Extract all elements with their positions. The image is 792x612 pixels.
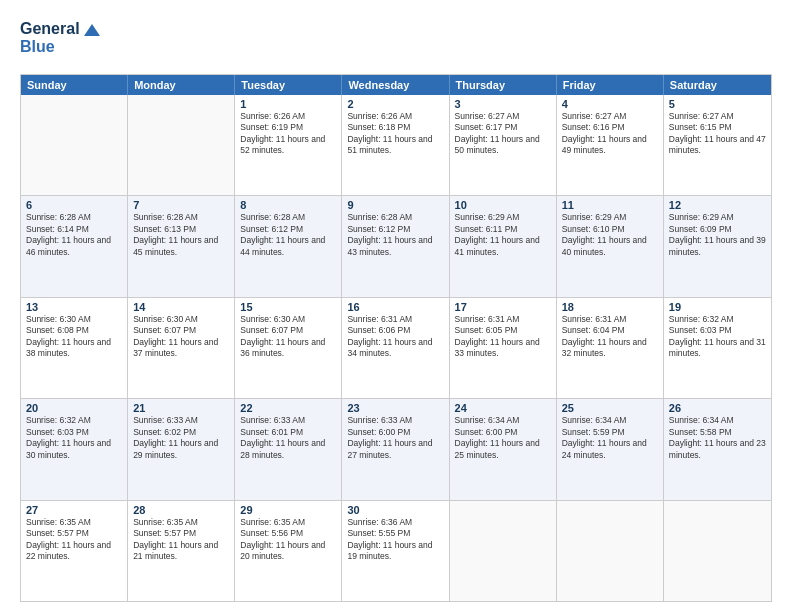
- day-info: Sunrise: 6:31 AM Sunset: 6:05 PM Dayligh…: [455, 314, 551, 360]
- empty-cell-0-1: [128, 95, 235, 195]
- day-29: 29Sunrise: 6:35 AM Sunset: 5:56 PM Dayli…: [235, 501, 342, 601]
- calendar-body: 1Sunrise: 6:26 AM Sunset: 6:19 PM Daylig…: [21, 95, 771, 601]
- day-23: 23Sunrise: 6:33 AM Sunset: 6:00 PM Dayli…: [342, 399, 449, 499]
- day-number: 27: [26, 504, 122, 516]
- day-27: 27Sunrise: 6:35 AM Sunset: 5:57 PM Dayli…: [21, 501, 128, 601]
- day-number: 30: [347, 504, 443, 516]
- day-number: 18: [562, 301, 658, 313]
- day-info: Sunrise: 6:29 AM Sunset: 6:09 PM Dayligh…: [669, 212, 766, 258]
- header: General Blue: [20, 16, 772, 66]
- day-info: Sunrise: 6:27 AM Sunset: 6:16 PM Dayligh…: [562, 111, 658, 157]
- day-number: 26: [669, 402, 766, 414]
- week-row-1: 1Sunrise: 6:26 AM Sunset: 6:19 PM Daylig…: [21, 95, 771, 195]
- day-info: Sunrise: 6:31 AM Sunset: 6:06 PM Dayligh…: [347, 314, 443, 360]
- day-5: 5Sunrise: 6:27 AM Sunset: 6:15 PM Daylig…: [664, 95, 771, 195]
- day-30: 30Sunrise: 6:36 AM Sunset: 5:55 PM Dayli…: [342, 501, 449, 601]
- calendar: SundayMondayTuesdayWednesdayThursdayFrid…: [20, 74, 772, 602]
- day-20: 20Sunrise: 6:32 AM Sunset: 6:03 PM Dayli…: [21, 399, 128, 499]
- day-info: Sunrise: 6:32 AM Sunset: 6:03 PM Dayligh…: [26, 415, 122, 461]
- day-24: 24Sunrise: 6:34 AM Sunset: 6:00 PM Dayli…: [450, 399, 557, 499]
- day-28: 28Sunrise: 6:35 AM Sunset: 5:57 PM Dayli…: [128, 501, 235, 601]
- day-info: Sunrise: 6:27 AM Sunset: 6:17 PM Dayligh…: [455, 111, 551, 157]
- day-number: 1: [240, 98, 336, 110]
- day-number: 2: [347, 98, 443, 110]
- day-info: Sunrise: 6:32 AM Sunset: 6:03 PM Dayligh…: [669, 314, 766, 360]
- svg-text:Blue: Blue: [20, 38, 55, 55]
- day-3: 3Sunrise: 6:27 AM Sunset: 6:17 PM Daylig…: [450, 95, 557, 195]
- day-number: 17: [455, 301, 551, 313]
- day-info: Sunrise: 6:29 AM Sunset: 6:11 PM Dayligh…: [455, 212, 551, 258]
- day-number: 4: [562, 98, 658, 110]
- week-row-2: 6Sunrise: 6:28 AM Sunset: 6:14 PM Daylig…: [21, 195, 771, 296]
- day-info: Sunrise: 6:30 AM Sunset: 6:07 PM Dayligh…: [240, 314, 336, 360]
- day-21: 21Sunrise: 6:33 AM Sunset: 6:02 PM Dayli…: [128, 399, 235, 499]
- day-number: 7: [133, 199, 229, 211]
- day-info: Sunrise: 6:26 AM Sunset: 6:19 PM Dayligh…: [240, 111, 336, 157]
- day-9: 9Sunrise: 6:28 AM Sunset: 6:12 PM Daylig…: [342, 196, 449, 296]
- day-22: 22Sunrise: 6:33 AM Sunset: 6:01 PM Dayli…: [235, 399, 342, 499]
- header-thursday: Thursday: [450, 75, 557, 95]
- day-info: Sunrise: 6:36 AM Sunset: 5:55 PM Dayligh…: [347, 517, 443, 563]
- day-number: 6: [26, 199, 122, 211]
- day-info: Sunrise: 6:33 AM Sunset: 6:02 PM Dayligh…: [133, 415, 229, 461]
- day-number: 11: [562, 199, 658, 211]
- day-11: 11Sunrise: 6:29 AM Sunset: 6:10 PM Dayli…: [557, 196, 664, 296]
- header-saturday: Saturday: [664, 75, 771, 95]
- day-info: Sunrise: 6:35 AM Sunset: 5:57 PM Dayligh…: [133, 517, 229, 563]
- day-number: 29: [240, 504, 336, 516]
- day-number: 10: [455, 199, 551, 211]
- day-19: 19Sunrise: 6:32 AM Sunset: 6:03 PM Dayli…: [664, 298, 771, 398]
- day-info: Sunrise: 6:35 AM Sunset: 5:57 PM Dayligh…: [26, 517, 122, 563]
- week-row-3: 13Sunrise: 6:30 AM Sunset: 6:08 PM Dayli…: [21, 297, 771, 398]
- day-info: Sunrise: 6:34 AM Sunset: 5:59 PM Dayligh…: [562, 415, 658, 461]
- header-monday: Monday: [128, 75, 235, 95]
- header-wednesday: Wednesday: [342, 75, 449, 95]
- day-number: 23: [347, 402, 443, 414]
- day-18: 18Sunrise: 6:31 AM Sunset: 6:04 PM Dayli…: [557, 298, 664, 398]
- calendar-header: SundayMondayTuesdayWednesdayThursdayFrid…: [21, 75, 771, 95]
- day-info: Sunrise: 6:31 AM Sunset: 6:04 PM Dayligh…: [562, 314, 658, 360]
- day-info: Sunrise: 6:29 AM Sunset: 6:10 PM Dayligh…: [562, 212, 658, 258]
- day-info: Sunrise: 6:28 AM Sunset: 6:13 PM Dayligh…: [133, 212, 229, 258]
- day-number: 16: [347, 301, 443, 313]
- day-info: Sunrise: 6:30 AM Sunset: 6:08 PM Dayligh…: [26, 314, 122, 360]
- day-info: Sunrise: 6:34 AM Sunset: 6:00 PM Dayligh…: [455, 415, 551, 461]
- day-number: 21: [133, 402, 229, 414]
- day-number: 22: [240, 402, 336, 414]
- day-number: 13: [26, 301, 122, 313]
- day-12: 12Sunrise: 6:29 AM Sunset: 6:09 PM Dayli…: [664, 196, 771, 296]
- empty-cell-4-6: [664, 501, 771, 601]
- page: General Blue SundayMondayTuesdayWednesda…: [0, 0, 792, 612]
- day-info: Sunrise: 6:27 AM Sunset: 6:15 PM Dayligh…: [669, 111, 766, 157]
- header-friday: Friday: [557, 75, 664, 95]
- day-info: Sunrise: 6:28 AM Sunset: 6:12 PM Dayligh…: [240, 212, 336, 258]
- day-13: 13Sunrise: 6:30 AM Sunset: 6:08 PM Dayli…: [21, 298, 128, 398]
- svg-marker-2: [84, 24, 100, 36]
- day-info: Sunrise: 6:33 AM Sunset: 6:01 PM Dayligh…: [240, 415, 336, 461]
- day-2: 2Sunrise: 6:26 AM Sunset: 6:18 PM Daylig…: [342, 95, 449, 195]
- day-number: 28: [133, 504, 229, 516]
- logo-svg: General Blue: [20, 16, 100, 66]
- header-sunday: Sunday: [21, 75, 128, 95]
- day-26: 26Sunrise: 6:34 AM Sunset: 5:58 PM Dayli…: [664, 399, 771, 499]
- empty-cell-0-0: [21, 95, 128, 195]
- day-info: Sunrise: 6:33 AM Sunset: 6:00 PM Dayligh…: [347, 415, 443, 461]
- week-row-5: 27Sunrise: 6:35 AM Sunset: 5:57 PM Dayli…: [21, 500, 771, 601]
- day-number: 12: [669, 199, 766, 211]
- day-16: 16Sunrise: 6:31 AM Sunset: 6:06 PM Dayli…: [342, 298, 449, 398]
- header-tuesday: Tuesday: [235, 75, 342, 95]
- empty-cell-4-5: [557, 501, 664, 601]
- week-row-4: 20Sunrise: 6:32 AM Sunset: 6:03 PM Dayli…: [21, 398, 771, 499]
- day-25: 25Sunrise: 6:34 AM Sunset: 5:59 PM Dayli…: [557, 399, 664, 499]
- day-7: 7Sunrise: 6:28 AM Sunset: 6:13 PM Daylig…: [128, 196, 235, 296]
- day-number: 15: [240, 301, 336, 313]
- day-4: 4Sunrise: 6:27 AM Sunset: 6:16 PM Daylig…: [557, 95, 664, 195]
- day-info: Sunrise: 6:34 AM Sunset: 5:58 PM Dayligh…: [669, 415, 766, 461]
- day-info: Sunrise: 6:28 AM Sunset: 6:14 PM Dayligh…: [26, 212, 122, 258]
- day-number: 25: [562, 402, 658, 414]
- day-10: 10Sunrise: 6:29 AM Sunset: 6:11 PM Dayli…: [450, 196, 557, 296]
- svg-text:General: General: [20, 20, 80, 37]
- day-number: 8: [240, 199, 336, 211]
- day-8: 8Sunrise: 6:28 AM Sunset: 6:12 PM Daylig…: [235, 196, 342, 296]
- day-number: 19: [669, 301, 766, 313]
